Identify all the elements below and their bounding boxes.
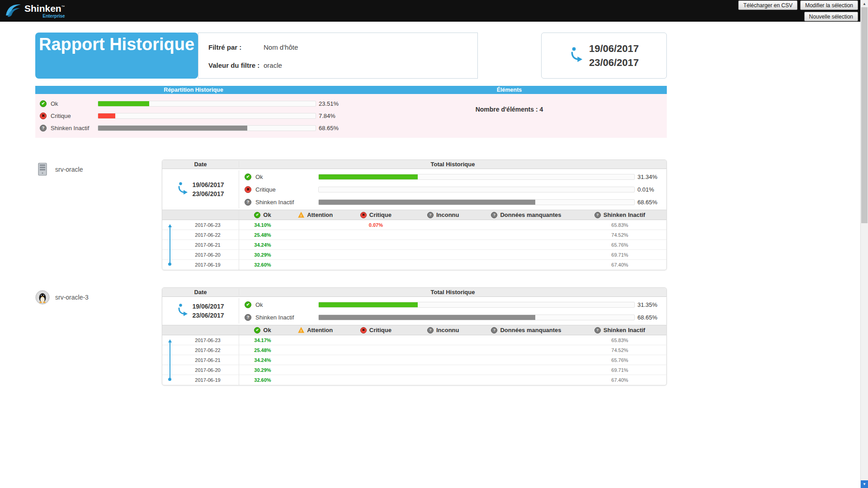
value-ok: 25.48% (239, 230, 286, 239)
critical-status-icon: ✖ (245, 186, 251, 193)
host-name: srv-oracle (55, 166, 83, 173)
value-missing (479, 260, 573, 270)
history-row: 2017-06-2134.24%65.76% (162, 240, 666, 250)
inactive-status-icon: ? (40, 125, 47, 131)
value-warning (286, 345, 344, 355)
period-cell: 19/06/201723/06/2017 (162, 298, 239, 324)
progress-bar (318, 174, 635, 180)
value-warning (286, 260, 344, 270)
row-date: 2017-06-23 (162, 335, 239, 345)
warning-status-icon: ! (298, 327, 304, 333)
total-column-header: Total Historique (239, 289, 666, 296)
inactive-bar-row: ?Shinken Inactif68.65% (239, 196, 666, 208)
topbar-actions: Télécharger en CSV Modifier la sélection… (738, 0, 864, 21)
unknown-status-icon: ? (427, 212, 434, 218)
value-missing (479, 375, 573, 385)
column-header-warning: !Attention (286, 210, 344, 220)
history-rows: 2017-06-2334.10%0.07%65.83%2017-06-2225.… (162, 220, 666, 270)
filter-panel: Filtré par : Nom d'hôte Valeur du filtre… (198, 33, 478, 79)
progress-fill (319, 315, 535, 320)
value-inactive: 74.52% (573, 230, 666, 239)
value-critical (344, 335, 407, 345)
status-label: Critique (51, 113, 71, 119)
period-end-date: 23/06/2017 (589, 56, 639, 70)
row-date: 2017-06-20 (162, 365, 239, 375)
value-unknown (407, 335, 479, 345)
progress-fill (319, 200, 535, 205)
value-inactive: 65.83% (573, 335, 666, 345)
history-row: 2017-06-1932.60%67.40% (162, 260, 666, 270)
column-label: Inconnu (436, 211, 459, 218)
progress-fill (98, 126, 247, 131)
column-label: Critique (369, 327, 392, 333)
value-ok: 32.60% (239, 375, 286, 385)
host-label: srv-oracle-3 (35, 287, 162, 305)
value-inactive: 65.76% (573, 355, 666, 365)
shinken-swoosh-icon (5, 2, 22, 20)
column-header-ok: ✔Ok (239, 325, 286, 335)
history-row: 2017-06-2334.17%65.83% (162, 335, 666, 345)
value-critical: 0.07% (344, 220, 407, 230)
row-date: 2017-06-20 (162, 250, 239, 259)
row-date: 2017-06-22 (162, 345, 239, 355)
critical-status-icon: ✖ (360, 212, 367, 218)
table-header: DateTotal Historique (162, 288, 666, 297)
value-inactive: 69.71% (573, 365, 666, 375)
ok-bar-row: ✔Ok23.51% (35, 98, 352, 110)
history-row: 2017-06-2225.48%74.52% (162, 230, 666, 240)
filter-by-value: Nom d'hôte (264, 43, 298, 51)
value-unknown (407, 365, 479, 375)
critical-bar-row: ✖Critique7.84% (35, 110, 352, 122)
column-header-critical: ✖Critique (344, 325, 407, 335)
scroll-up-arrow-icon[interactable]: ▲ (861, 0, 868, 7)
percent-value: 68.65% (637, 314, 657, 321)
status-label: Ok (255, 174, 263, 180)
host-name: srv-oracle-3 (55, 294, 89, 301)
value-missing (479, 250, 573, 259)
period-arrow-icon (177, 182, 189, 197)
value-ok: 34.24% (239, 355, 286, 365)
column-header-critical: ✖Critique (344, 210, 407, 220)
column-label: Inconnu (436, 327, 459, 333)
brand-name: Shinken (24, 3, 61, 14)
history-row: 2017-06-1932.60%67.40% (162, 375, 666, 385)
page-title: Rapport Historique (35, 33, 198, 79)
history-row: 2017-06-2030.29%69.71% (162, 250, 666, 260)
history-row: 2017-06-2334.10%0.07%65.83% (162, 220, 666, 230)
value-inactive: 65.83% (573, 220, 666, 230)
column-header-missing: ?Données manquantes (479, 210, 573, 220)
date-column-header: Date (162, 289, 239, 296)
percent-value: 7.84% (319, 113, 335, 119)
history-row: 2017-06-2225.48%74.52% (162, 345, 666, 355)
summary-body: ✔Ok23.51%✖Critique7.84%?Shinken Inactif6… (35, 94, 667, 138)
modify-selection-button[interactable]: Modifier la sélection (800, 0, 858, 10)
value-critical (344, 375, 407, 385)
scrollbar-thumb[interactable] (861, 7, 868, 223)
new-selection-button[interactable]: Nouvelle sélection (804, 12, 858, 21)
download-csv-button[interactable]: Télécharger en CSV (738, 0, 797, 10)
value-ok: 30.29% (239, 250, 286, 259)
value-warning (286, 355, 344, 365)
percent-value: 31.35% (637, 301, 657, 308)
brand-subtitle: Enterprise (24, 14, 65, 19)
column-label: Ok (263, 327, 271, 333)
scrollbar[interactable]: ▲ ▼ (860, 0, 868, 488)
column-header-ok: ✔Ok (239, 210, 286, 220)
percent-value: 23.51% (319, 100, 339, 107)
value-ok: 30.29% (239, 365, 286, 375)
value-unknown (407, 250, 479, 259)
value-inactive: 65.76% (573, 240, 666, 249)
value-unknown (407, 260, 479, 270)
value-warning (286, 230, 344, 239)
date-column-header: Date (162, 161, 239, 168)
totals-bars: ✔Ok31.34%✖Critique0.01%?Shinken Inactif6… (239, 170, 666, 208)
value-missing (479, 345, 573, 355)
status-label: Shinken Inactif (255, 199, 294, 206)
value-unknown (407, 240, 479, 249)
scroll-down-button[interactable]: ▼ (861, 480, 868, 488)
shinken-logo[interactable]: Shinken™ Enterprise (5, 2, 65, 20)
value-critical (344, 355, 407, 365)
host-block: srv-oracle-3DateTotal Historique19/06/20… (35, 287, 667, 385)
topbar: Shinken™ Enterprise Télécharger en CSV M… (0, 0, 868, 22)
critical-status-icon: ✖ (360, 327, 367, 333)
